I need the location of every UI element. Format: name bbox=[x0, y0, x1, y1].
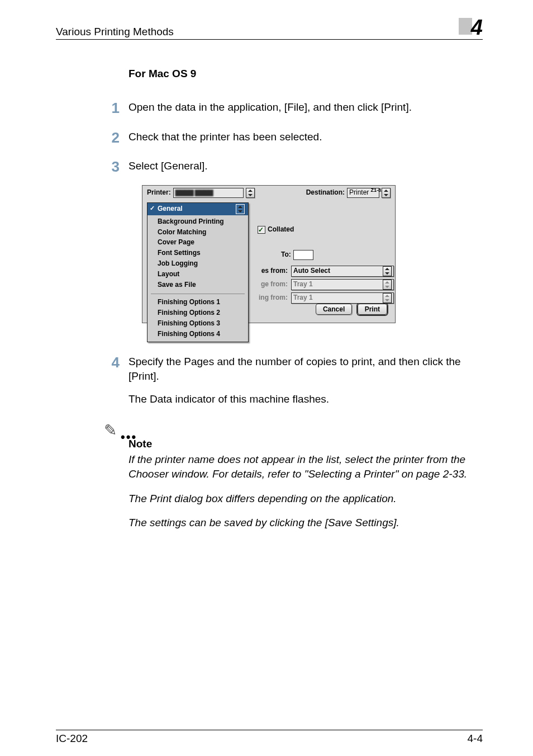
printer-name: ▇▇▇▇ ▇▇▇▇ bbox=[175, 188, 241, 197]
footer-right: 4-4 bbox=[468, 733, 483, 745]
menu-item[interactable]: Cover Page bbox=[147, 237, 248, 248]
updown-icon[interactable] bbox=[382, 188, 391, 198]
footer-left: IC-202 bbox=[56, 733, 88, 745]
step-subtext: The Data indicator of this machine flash… bbox=[129, 392, 483, 407]
menu-item[interactable]: Font Settings bbox=[147, 248, 248, 258]
step-3: 3 Select [General]. Z1-8.7.1 Printer: ▇▇… bbox=[129, 159, 483, 323]
menu-item[interactable]: Color Matching bbox=[147, 227, 248, 238]
menu-item[interactable]: Finishing Options 4 bbox=[147, 329, 248, 339]
menu-selected: General bbox=[158, 204, 183, 214]
step-text: Specify the Pages and the number of copi… bbox=[129, 355, 483, 384]
updown-icon bbox=[383, 280, 392, 290]
note-paragraph: The settings can be saved by clicking th… bbox=[129, 516, 483, 530]
page-header: Various Printing Methods 4 bbox=[56, 17, 483, 40]
note-paragraph: If the printer name does not appear in t… bbox=[129, 452, 483, 481]
cancel-button[interactable]: Cancel bbox=[316, 304, 352, 315]
to-label: To: bbox=[281, 250, 291, 259]
to-field[interactable] bbox=[293, 250, 313, 260]
printer-label: Printer: bbox=[147, 188, 171, 197]
menu-item[interactable]: Background Printing bbox=[147, 216, 248, 227]
dots-icon: ••• bbox=[121, 430, 137, 445]
updown-icon bbox=[236, 204, 245, 214]
printer-dropdown[interactable]: ▇▇▇▇ ▇▇▇▇ bbox=[173, 188, 244, 198]
step-text: Open the data in the application, [File]… bbox=[129, 101, 412, 113]
step-number: 3 bbox=[97, 157, 120, 177]
pane-menu[interactable]: General Background Printing Color Matchi… bbox=[147, 202, 249, 342]
menu-item[interactable]: Save as File bbox=[147, 280, 248, 290]
menu-group-2: Finishing Options 1 Finishing Options 2 … bbox=[147, 296, 248, 341]
collated-checkbox[interactable]: Collated bbox=[258, 225, 394, 234]
menu-item[interactable]: Finishing Options 3 bbox=[147, 318, 248, 329]
source-label-3: ing from: bbox=[258, 293, 288, 303]
source-select-3: Tray 1 bbox=[291, 292, 394, 304]
destination-value: Printer bbox=[349, 188, 369, 197]
step-2: 2 Check that the printer has been select… bbox=[129, 130, 483, 145]
updown-icon bbox=[383, 293, 392, 303]
chapter-number: 4 bbox=[459, 17, 483, 38]
note-icon: ✎ bbox=[104, 421, 117, 440]
source-select-1[interactable]: Auto Select bbox=[291, 266, 394, 277]
source-label-1: es from: bbox=[258, 266, 288, 276]
step-4: 4 Specify the Pages and the number of co… bbox=[129, 355, 483, 407]
step-number: 2 bbox=[97, 127, 120, 148]
menu-item[interactable]: Job Logging bbox=[147, 258, 248, 269]
section-heading: Various Printing Methods bbox=[56, 26, 174, 38]
page-footer: IC-202 4-4 bbox=[56, 730, 483, 745]
updown-icon bbox=[383, 266, 392, 276]
to-row: To: bbox=[281, 250, 313, 260]
note-paragraph: The Print dialog box differs depending o… bbox=[129, 492, 483, 506]
step-text: Check that the printer has been selected… bbox=[129, 131, 322, 143]
print-button[interactable]: Print bbox=[358, 304, 387, 315]
source-label-2: ge from: bbox=[258, 280, 288, 289]
menu-group-1: Background Printing Color Matching Cover… bbox=[147, 215, 248, 292]
destination-label: Destination: bbox=[306, 188, 345, 197]
step-number: 4 bbox=[97, 352, 120, 372]
checkbox-icon bbox=[258, 226, 265, 234]
step-number: 1 bbox=[97, 98, 120, 118]
menu-item[interactable]: Finishing Options 1 bbox=[147, 297, 248, 308]
step-text: Select [General]. bbox=[129, 160, 208, 172]
step-1: 1 Open the data in the application, [Fil… bbox=[129, 100, 483, 115]
menu-item[interactable]: Finishing Options 2 bbox=[147, 308, 248, 318]
note-block: ✎ ••• Note If the printer name does not … bbox=[129, 438, 483, 530]
updown-icon[interactable] bbox=[246, 188, 255, 198]
note-title: Note bbox=[129, 438, 483, 450]
menu-item[interactable]: Layout bbox=[147, 269, 248, 280]
source-select-2: Tray 1 bbox=[291, 279, 394, 290]
print-dialog: Z1-8.7.1 Printer: ▇▇▇▇ ▇▇▇▇ Destination: bbox=[142, 185, 396, 323]
section-title: For Mac OS 9 bbox=[129, 68, 483, 80]
